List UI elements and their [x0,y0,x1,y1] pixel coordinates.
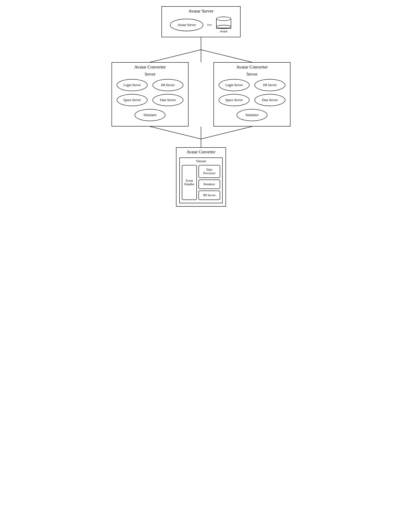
left-im-server: IM Server [153,79,183,91]
right-server-subtitle: Server [214,72,290,76]
right-im-server: IM Server [255,79,285,91]
svg-line-1 [150,50,201,62]
right-server-grid: Login Server IM Server Space Server Data… [214,79,290,106]
right-avatar-converter-box: Avatar Converter Server Login Server IM … [213,62,290,127]
avatar-server-box: Avatar Server Avatar Server avatar [161,6,241,37]
svg-line-5 [201,127,252,139]
right-converter-title: Avatar Converter [214,63,290,70]
viewer-title: Viewer [180,158,222,165]
bottom-section: Avatar Converter Viewer Event Handler Da… [112,147,290,207]
right-panels: Data Processor Renderer IM Server [198,165,220,200]
avatar-server-title: Avatar Server [162,7,240,15]
event-handler-box: Event Handler [182,165,197,200]
left-avatar-converter-box: Avatar Converter Server Login Server IM … [112,62,189,127]
cylinder-bottom [216,25,231,28]
avatar-server-inner: Avatar Server avatar [162,17,240,33]
database-cylinder: avatar [215,17,232,33]
im-server-box: IM Server [198,190,220,200]
middle-row: Avatar Converter Server Login Server IM … [112,62,290,127]
db-connector-line [207,25,212,25]
right-data-server: Data Server [255,94,285,106]
left-login-server: Login Server [117,79,147,91]
bottom-converter-title: Avatar Converter [176,148,226,155]
left-simulator: Simulator [135,109,166,121]
left-space-server: Space Server [117,94,147,106]
left-converter-title: Avatar Converter [112,63,188,70]
left-data-server: Data Server [153,94,183,106]
bottom-converter-box: Avatar Converter Viewer Event Handler Da… [176,147,226,207]
right-space-server: Space Server [219,94,249,106]
viewer-inner: Event Handler Data Processor Renderer IM… [180,165,222,200]
renderer-box: Renderer [198,180,220,189]
db-label: avatar [220,30,228,33]
right-simulator: Simulator [236,109,267,121]
left-server-subtitle: Server [112,72,188,76]
right-login-server: Login Server [219,79,249,91]
cylinder-top [216,17,231,21]
svg-line-4 [150,127,201,139]
left-simulator-row: Simulator [112,109,188,122]
top-connectors-svg [112,37,290,62]
data-processor-box: Data Processor [198,165,220,178]
svg-line-2 [201,50,252,62]
right-simulator-row: Simulator [214,109,290,122]
avatar-server-ellipse: Avatar Server [170,19,203,31]
left-server-grid: Login Server IM Server Space Server Data… [112,79,188,106]
middle-connectors-svg [112,127,290,147]
viewer-box: Viewer Event Handler Data Processor Rend… [179,158,223,203]
avatar-server-section: Avatar Server Avatar Server avatar [112,6,290,37]
main-diagram: Avatar Server Avatar Server avatar [112,6,290,207]
